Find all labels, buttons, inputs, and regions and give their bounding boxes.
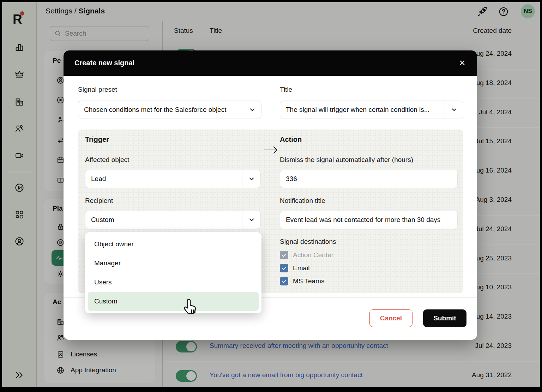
notification-title-label: Notification title [280,197,325,205]
affected-object-value: Lead [91,175,239,183]
hand-cursor-icon [183,298,199,319]
affected-object-select[interactable]: Lead [85,170,261,188]
checkbox-checked-icon[interactable] [280,264,288,272]
recipient-value: Custom [91,216,239,224]
chevron-down-icon [242,211,260,229]
recipient-select[interactable]: Custom [85,211,261,229]
affected-object-label: Affected object [85,156,129,164]
chevron-down-icon [242,170,260,188]
notification-title-value: Event lead was not contacted for more th… [286,216,454,224]
checkbox-checked-icon[interactable] [280,277,288,285]
modal-header: Create new signal ✕ [64,50,477,76]
action-heading: Action [280,135,302,144]
notification-title-input[interactable]: Event lead was not contacted for more th… [280,211,458,229]
recipient-option[interactable]: Manager [85,254,261,273]
destination-label: MS Teams [293,277,324,285]
signal-preset-label: Signal preset [78,86,117,94]
recipient-dropdown: Object owner Manager Users Custom [85,232,261,313]
signal-preset-value: Chosen conditions met for the Salesforce… [84,106,239,114]
signal-destinations-label: Signal destinations [280,238,336,246]
title-label: Title [280,86,292,94]
submit-label: Submit [433,314,456,322]
destination-label: Email [293,264,310,272]
recipient-option[interactable]: Custom [88,292,259,311]
destination-label: Action Center [293,251,333,259]
destination-row: Action Center [280,250,333,260]
recipient-option[interactable]: Users [85,273,261,292]
cancel-label: Cancel [380,314,402,322]
dismiss-after-value: 336 [286,175,454,183]
create-signal-modal: Create new signal ✕ Signal preset Chosen… [64,50,477,340]
signal-preset-select[interactable]: Chosen conditions met for the Salesforce… [78,101,261,119]
cancel-button[interactable]: Cancel [369,309,412,327]
chevron-down-icon [445,101,463,119]
arrow-right-icon [264,145,278,156]
chevron-down-icon [243,101,261,119]
destination-row: Email [280,263,333,273]
trigger-heading: Trigger [85,135,109,144]
modal-title: Create new signal [74,59,134,67]
recipient-option[interactable]: Object owner [85,235,261,254]
recipient-label: Recipient [85,197,113,205]
dismiss-after-input[interactable]: 336 [280,170,458,188]
dismiss-after-label: Dismiss the signal automatically after (… [280,156,413,164]
destination-row: MS Teams [280,276,333,286]
app-window: R Settings / Signals NS Search Pe [2,2,540,387]
title-value: The signal will trigger when certain con… [286,106,441,114]
close-icon[interactable]: ✕ [457,58,467,68]
destinations-list: Action Center Email MS Teams [280,250,333,286]
checkbox-checked-icon[interactable] [280,251,288,259]
submit-button[interactable]: Submit [423,309,466,327]
title-select[interactable]: The signal will trigger when certain con… [280,101,463,119]
